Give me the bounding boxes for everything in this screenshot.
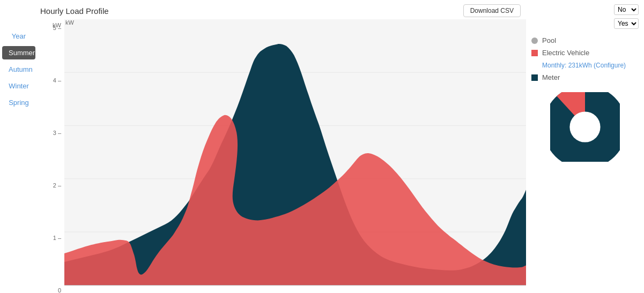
legend-pool: Pool — [531, 36, 639, 44]
svg-point-8 — [569, 111, 600, 142]
y-tick-4: 4 – — [53, 77, 61, 84]
season-sidebar: Year Summer Autumn Winter Spring — [0, 0, 38, 293]
ev-legend-icon — [531, 50, 538, 56]
legend-ev: Electric Vehicle — [531, 49, 639, 57]
sidebar-item-autumn[interactable]: Autumn — [2, 63, 35, 76]
pie-chart — [550, 92, 620, 162]
right-panel: No Yes No Yes Pool Electric Vehicle Mont… — [526, 0, 644, 293]
toggle-yes-select[interactable]: No Yes — [614, 18, 639, 29]
sidebar-item-year[interactable]: Year — [2, 29, 35, 43]
y-tick-3: 3 – — [53, 130, 61, 136]
legend-meter: Meter — [531, 73, 639, 81]
legend-section: Pool Electric Vehicle Monthly: 231kWh (C… — [531, 36, 639, 81]
ev-configure-link[interactable]: Monthly: 231kWh (Configure) — [542, 61, 639, 69]
y-tick-1: 1 – — [53, 235, 61, 241]
kw-unit-label: kW — [65, 19, 74, 26]
pool-legend-label: Pool — [542, 36, 556, 44]
ev-configure-text[interactable]: Monthly: 231kWh (Configure) — [542, 62, 626, 69]
y-axis: kW 5 – 4 – 3 – 2 – 1 – 0 — [38, 19, 64, 293]
sidebar-item-summer[interactable]: Summer — [2, 46, 35, 59]
toggle-no-select[interactable]: No Yes — [614, 4, 639, 15]
y-tick-0: 0 — [58, 287, 61, 293]
sidebar-item-winter[interactable]: Winter — [2, 79, 35, 93]
y-tick-2: 2 – — [53, 182, 61, 189]
sidebar-item-spring[interactable]: Spring — [2, 96, 35, 109]
chart-title: Hourly Load Profile — [40, 6, 109, 16]
meter-legend-icon — [531, 74, 538, 81]
pie-chart-container — [531, 92, 639, 162]
pool-legend-icon — [531, 37, 538, 44]
load-profile-chart — [64, 19, 526, 293]
y-axis-label: kW — [53, 22, 61, 28]
meter-legend-label: Meter — [542, 73, 560, 81]
ev-legend-label: Electric Vehicle — [542, 49, 589, 57]
download-csv-button[interactable]: Download CSV — [463, 4, 521, 17]
